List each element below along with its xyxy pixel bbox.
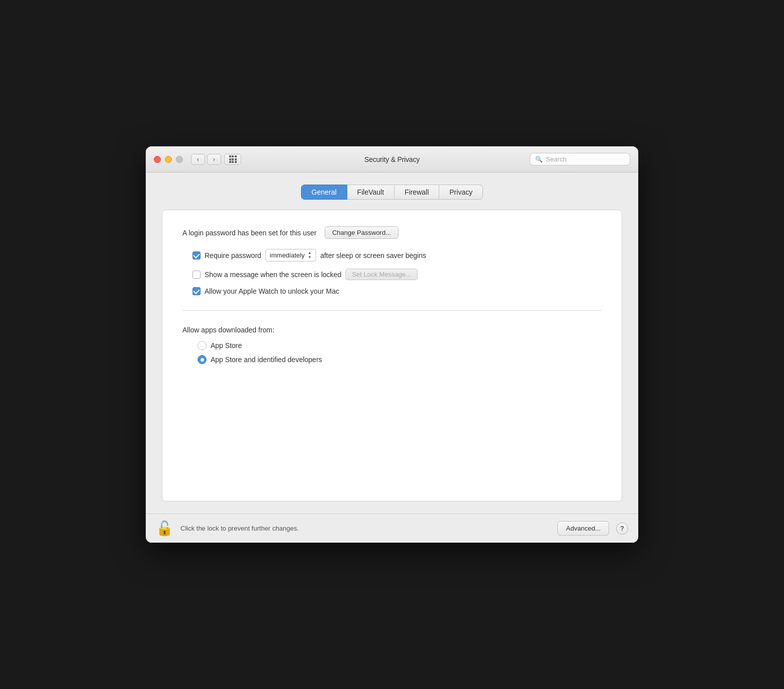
window-title: Security & Privacy (364, 155, 420, 163)
back-button[interactable]: ‹ (191, 154, 205, 165)
minimize-button[interactable] (165, 156, 172, 163)
tab-privacy[interactable]: Privacy (439, 185, 483, 200)
require-password-row: Require password immediately ▲ ▼ after s… (192, 249, 602, 262)
help-button[interactable]: ? (616, 523, 628, 535)
settings-panel: A login password has been set for this u… (162, 210, 622, 501)
apple-watch-row: Allow your Apple Watch to unlock your Ma… (192, 287, 602, 295)
login-password-section: A login password has been set for this u… (182, 226, 602, 239)
require-password-checkbox[interactable] (192, 251, 201, 260)
tab-general[interactable]: General (301, 185, 347, 200)
radio-app-store-label: App Store (211, 341, 242, 350)
lock-text: Click the lock to prevent further change… (180, 525, 550, 532)
grid-button[interactable] (224, 154, 241, 165)
login-password-label: A login password has been set for this u… (182, 229, 317, 237)
radio-row-app-store: App Store (198, 341, 602, 350)
tab-firewall[interactable]: Firewall (395, 185, 439, 200)
allow-apps-title: Allow apps downloaded from: (182, 326, 602, 334)
show-message-row: Show a message when the screen is locked… (192, 269, 602, 280)
after-sleep-label: after sleep or screen saver begins (320, 251, 426, 260)
titlebar: ‹ › Security & Privacy 🔍 (146, 146, 638, 173)
allow-apps-section: Allow apps downloaded from: App Store Ap… (182, 326, 602, 364)
require-password-label: Require password (205, 251, 261, 260)
apple-watch-label: Allow your Apple Watch to unlock your Ma… (205, 287, 339, 295)
maximize-button[interactable] (176, 156, 183, 163)
options-list: Require password immediately ▲ ▼ after s… (192, 249, 602, 295)
radio-app-store-identified-label: App Store and identified developers (211, 356, 322, 364)
apple-watch-checkbox[interactable] (192, 287, 201, 295)
window: ‹ › Security & Privacy 🔍 General FileVau… (146, 146, 638, 543)
forward-icon: › (213, 155, 215, 163)
radio-row-app-store-identified: App Store and identified developers (198, 355, 602, 364)
radio-group: App Store App Store and identified devel… (198, 341, 602, 364)
immediately-dropdown[interactable]: immediately ▲ ▼ (265, 249, 316, 262)
forward-button[interactable]: › (207, 154, 221, 165)
set-lock-message-button[interactable]: Set Lock Message... (345, 269, 418, 280)
immediately-value: immediately (270, 251, 305, 259)
main-content: General FileVault Firewall Privacy A log… (146, 173, 638, 513)
advanced-button[interactable]: Advanced... (557, 521, 609, 536)
tab-bar: General FileVault Firewall Privacy (162, 185, 622, 200)
dropdown-arrows-icon: ▲ ▼ (308, 251, 312, 260)
nav-buttons: ‹ › (191, 154, 221, 165)
search-input[interactable] (546, 155, 625, 163)
search-icon: 🔍 (535, 156, 543, 163)
radio-app-store-identified[interactable] (198, 355, 207, 364)
grid-icon (229, 155, 237, 163)
radio-app-store[interactable] (198, 341, 207, 350)
lock-icon[interactable]: 🔓 (156, 522, 173, 536)
back-icon: ‹ (197, 155, 199, 163)
change-password-button[interactable]: Change Password... (325, 226, 399, 239)
close-button[interactable] (154, 156, 161, 163)
tab-filevault[interactable]: FileVault (347, 185, 395, 200)
bottom-bar: 🔓 Click the lock to prevent further chan… (146, 513, 638, 543)
search-bar: 🔍 (530, 153, 630, 165)
traffic-lights (154, 156, 183, 163)
section-divider (182, 310, 602, 311)
show-message-checkbox[interactable] (192, 271, 201, 279)
show-message-label: Show a message when the screen is locked (205, 271, 341, 279)
